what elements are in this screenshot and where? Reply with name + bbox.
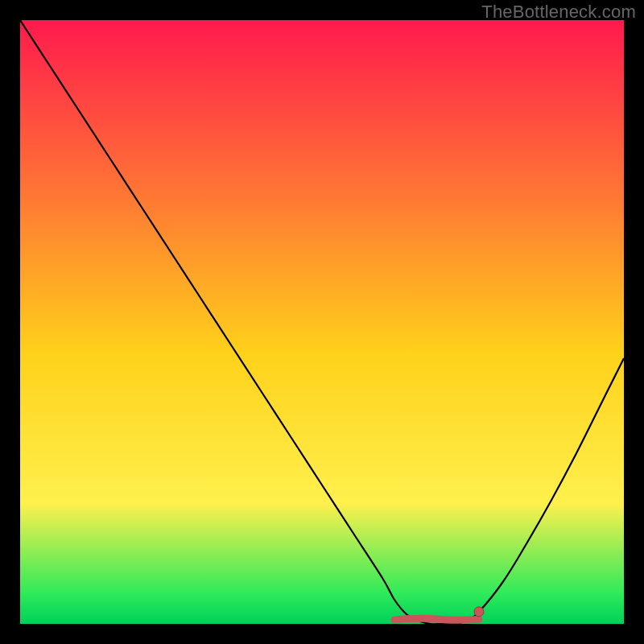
chart-stage: TheBottleneck.com — [0, 0, 644, 644]
sweet-spot-segment — [394, 618, 479, 620]
plot-area — [20, 20, 624, 624]
watermark-text: TheBottleneck.com — [481, 2, 636, 23]
chart-svg — [20, 20, 624, 624]
marker-dot — [474, 607, 484, 617]
